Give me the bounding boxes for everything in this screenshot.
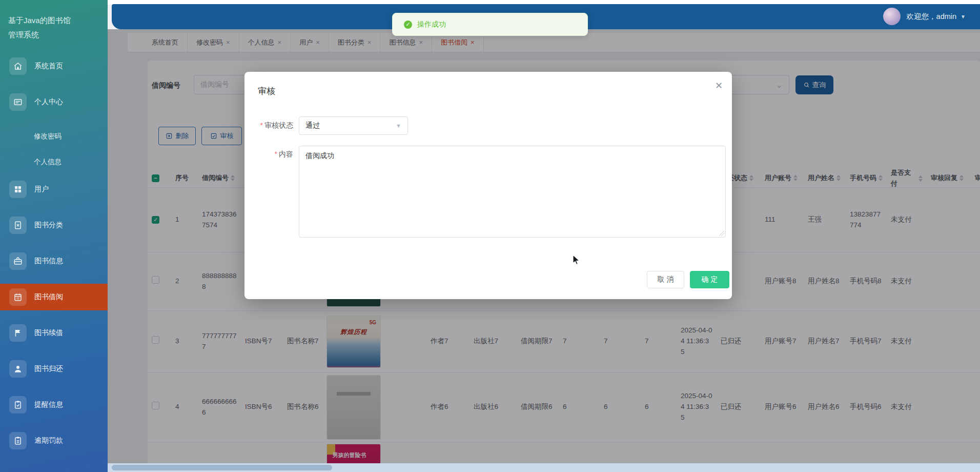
scrollbar-thumb[interactable]: [112, 465, 332, 470]
sidebar-subitem-2[interactable]: 修改密码: [0, 126, 108, 147]
briefcase-icon: [9, 252, 27, 270]
horizontal-scrollbar[interactable]: [108, 463, 980, 472]
audit-dialog: 审核 ✕ *审核状态 通过 ▼ *内容 借阅成功 取 消 确 定: [244, 72, 732, 299]
sidebar-item-6[interactable]: 图书信息: [0, 249, 108, 273]
content-textarea-value: 借阅成功: [305, 151, 334, 160]
sidebar-item-label: 图书归还: [34, 364, 63, 373]
resize-handle[interactable]: [719, 231, 724, 236]
sidebar-item-7[interactable]: 图书借阅: [0, 284, 108, 310]
sidebar-item-10[interactable]: 提醒信息: [0, 393, 108, 417]
chevron-down-icon: ▼: [961, 14, 966, 19]
sidebar-item-label: 系统首页: [34, 62, 63, 71]
sidebar-item-label: 用户: [34, 185, 49, 194]
sidebar-item-label: 图书续借: [34, 328, 63, 338]
home-icon: [9, 57, 27, 75]
required-asterisk: *: [275, 150, 277, 158]
sidebar-item-label: 逾期罚款: [34, 436, 63, 445]
user-icon: [9, 360, 27, 378]
sidebar-item-label: 个人中心: [34, 97, 63, 107]
close-icon[interactable]: ✕: [715, 81, 723, 90]
flag-icon: [9, 324, 27, 342]
clipboard-check-icon: [9, 396, 27, 414]
dialog-title: 审核: [258, 85, 275, 97]
user-menu[interactable]: 欢迎您，admin ▼: [883, 8, 966, 25]
sidebar-item-label: 图书信息: [34, 257, 63, 266]
document-icon: [9, 217, 27, 234]
toast-message: 操作成功: [417, 20, 446, 29]
sidebar-item-label: 图书分类: [34, 221, 63, 230]
sidebar-item-0[interactable]: 系统首页: [0, 54, 108, 78]
sidebar-item-4[interactable]: 用户: [0, 178, 108, 201]
status-select-value: 通过: [305, 121, 320, 130]
app-title: 基于Java的图书馆管理系统: [0, 0, 83, 42]
avatar[interactable]: [883, 8, 901, 25]
sidebar-item-label: 提醒信息: [34, 400, 63, 409]
cancel-button[interactable]: 取 消: [647, 271, 684, 288]
welcome-text: 欢迎您，admin: [907, 12, 957, 22]
status-field-label: *审核状态: [244, 121, 293, 130]
sidebar-item-5[interactable]: 图书分类: [0, 213, 108, 237]
status-select[interactable]: 通过 ▼: [299, 116, 408, 135]
success-check-icon: ✓: [404, 21, 412, 29]
content-field-label: *内容: [244, 150, 293, 159]
chevron-down-icon: ▼: [396, 123, 401, 129]
sidebar-item-1[interactable]: 个人中心: [0, 90, 108, 114]
sidebar-item-8[interactable]: 图书续借: [0, 321, 108, 345]
sidebar: 基于Java的图书馆管理系统 系统首页个人中心修改密码个人信息用户图书分类图书信…: [0, 0, 108, 472]
calendar-icon: [9, 288, 27, 306]
sidebar-item-9[interactable]: 图书归还: [0, 357, 108, 381]
profile-card-icon: [9, 93, 27, 111]
success-toast: ✓ 操作成功: [392, 13, 588, 36]
grid-icon: [9, 181, 27, 198]
confirm-button[interactable]: 确 定: [690, 271, 729, 288]
sidebar-item-label: 图书借阅: [34, 292, 63, 302]
clipboard-icon: [9, 432, 27, 449]
sidebar-subitem-3[interactable]: 个人信息: [0, 152, 108, 172]
content-textarea[interactable]: 借阅成功: [299, 146, 726, 238]
required-asterisk: *: [260, 121, 263, 129]
sidebar-item-11[interactable]: 逾期罚款: [0, 429, 108, 453]
sidebar-menu: 系统首页个人中心修改密码个人信息用户图书分类图书信息图书借阅图书续借图书归还提醒…: [0, 54, 108, 453]
mouse-cursor: [572, 254, 581, 266]
